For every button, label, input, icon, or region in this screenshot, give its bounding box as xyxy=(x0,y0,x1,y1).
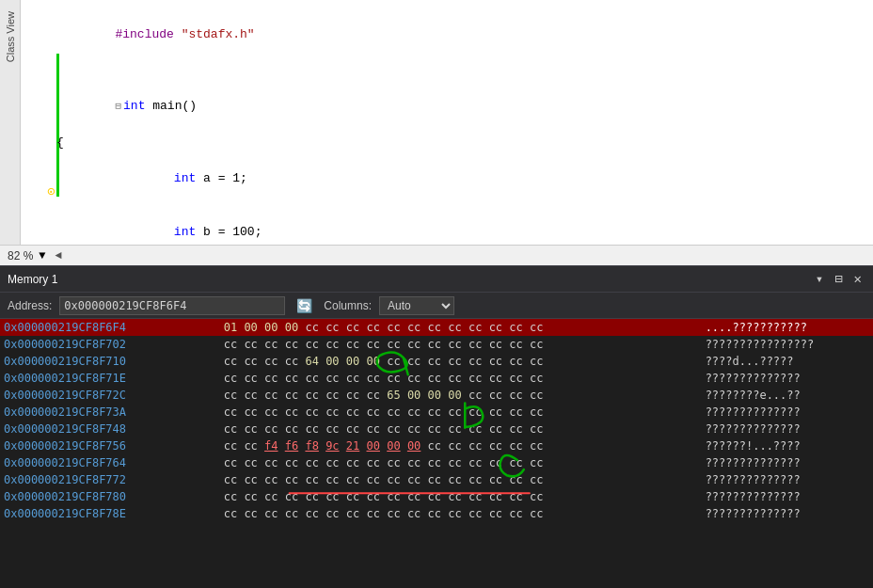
hex-byte: cc xyxy=(387,405,400,419)
hex-byte: cc xyxy=(264,507,278,520)
hex-byte: cc xyxy=(264,338,278,351)
hex-byte: cc xyxy=(285,338,298,351)
hex-byte: 00 xyxy=(387,439,400,453)
memory-table: 0x000000219CF8F6F4 01 00 00 00 cc cc cc … xyxy=(0,319,873,522)
hex-byte: cc xyxy=(264,355,278,368)
hex-byte: cc xyxy=(305,372,318,385)
hex-byte: cc xyxy=(530,338,543,351)
hex-byte: cc xyxy=(448,456,461,469)
hex-byte: cc xyxy=(285,372,298,385)
hex-byte: cc xyxy=(367,507,380,520)
hex-byte: cc xyxy=(407,321,421,334)
hex-byte: cc xyxy=(448,338,461,351)
hex-byte: cc xyxy=(489,490,502,503)
zoom-container: 82 % ▼ ◄ xyxy=(8,249,62,262)
ascii-values: ??????!...???? xyxy=(698,437,873,454)
hex-byte: cc xyxy=(264,405,278,419)
hex-values: cc cc cc cc cc cc cc cc cc cc cc cc cc c… xyxy=(220,404,698,421)
memory-address: 0x000000219CF8F78E xyxy=(0,505,220,522)
hex-byte: cc xyxy=(346,389,359,402)
hex-byte: cc xyxy=(264,490,278,503)
hex-byte: cc xyxy=(407,338,421,351)
hex-byte: f4 xyxy=(264,439,278,453)
hex-byte: cc xyxy=(244,422,257,436)
hex-values: cc cc cc cc cc cc cc cc 65 00 00 00 cc c… xyxy=(220,387,698,404)
hex-byte: cc xyxy=(224,405,237,419)
hex-byte: cc xyxy=(489,321,502,334)
memory-table-container[interactable]: 0x000000219CF8F6F4 01 00 00 00 cc cc cc … xyxy=(0,319,873,588)
hex-byte: cc xyxy=(325,422,339,436)
hex-byte: cc xyxy=(387,473,400,486)
hex-byte: cc xyxy=(489,338,502,351)
hex-byte: cc xyxy=(448,321,461,334)
hex-byte: cc xyxy=(428,490,441,503)
hex-byte: cc xyxy=(407,490,421,503)
code-line-4: { xyxy=(56,134,873,151)
hex-byte: cc xyxy=(489,439,502,453)
hex-byte: 21 xyxy=(346,439,359,453)
hex-byte: cc xyxy=(509,490,522,503)
memory-address: 0x000000219CF8F764 xyxy=(0,454,220,471)
hex-byte: cc xyxy=(407,405,421,419)
refresh-button[interactable]: 🔄 xyxy=(293,296,316,315)
hex-byte: cc xyxy=(468,456,482,469)
hex-byte: cc xyxy=(489,422,502,436)
collapse-icon[interactable]: ⊟ xyxy=(115,101,121,112)
pin-icon[interactable]: ▾ xyxy=(812,269,827,289)
address-input[interactable] xyxy=(59,296,285,315)
hex-byte: cc xyxy=(224,355,237,368)
hex-byte: cc xyxy=(489,372,502,385)
hex-byte: cc xyxy=(448,405,461,419)
memory-address: 0x000000219CF8F710 xyxy=(0,353,220,370)
hex-byte: cc xyxy=(367,490,380,503)
hex-byte: cc xyxy=(367,456,380,469)
close-icon[interactable]: ✕ xyxy=(850,269,865,289)
hex-byte: cc xyxy=(325,372,339,385)
hex-byte: cc xyxy=(407,355,421,368)
hex-byte: cc xyxy=(509,507,522,520)
hex-byte: 00 xyxy=(448,389,461,402)
hex-byte: cc xyxy=(325,490,339,503)
hex-byte: cc xyxy=(468,338,482,351)
hex-byte: 00 xyxy=(367,355,380,368)
code-line-6: int b = 100; xyxy=(56,205,873,245)
hex-byte: cc xyxy=(325,456,339,469)
dock-icon[interactable]: ⊟ xyxy=(831,269,846,289)
table-row: 0x000000219CF8F73A cc cc cc cc cc cc cc … xyxy=(0,404,873,421)
hex-byte: cc xyxy=(244,389,257,402)
columns-select[interactable]: Auto 1 2 4 xyxy=(379,296,454,315)
code-content: ⊙ #include "stdafx.h" ⊟int main() { int … xyxy=(21,0,873,245)
scroll-left-icon[interactable]: ◄ xyxy=(56,249,62,262)
keyword-int-a: int xyxy=(174,171,196,185)
table-row: 0x000000219CF8F756 cc cc f4 f6 f8 9c 21 … xyxy=(0,437,873,454)
code-line-blank xyxy=(56,61,873,79)
hex-byte: cc xyxy=(224,372,237,385)
hex-byte: cc xyxy=(224,439,237,453)
hex-byte: cc xyxy=(346,405,359,419)
code-line-5: int a = 1; xyxy=(56,151,873,205)
hex-byte: cc xyxy=(509,422,522,436)
hex-byte: cc xyxy=(468,490,482,503)
zoom-dropdown-icon[interactable]: ▼ xyxy=(39,249,45,262)
hex-byte: cc xyxy=(244,490,257,503)
hex-byte: 65 xyxy=(387,389,400,402)
hex-values: cc cc cc cc cc cc cc cc cc cc cc cc cc c… xyxy=(220,488,698,505)
hex-byte: cc xyxy=(489,456,502,469)
hex-byte: cc xyxy=(224,338,237,351)
hex-values: cc cc cc cc cc cc cc cc cc cc cc cc cc c… xyxy=(220,505,698,522)
hex-byte: cc xyxy=(346,321,359,334)
code-editor: Class View ⊙ #include "stdafx.h" ⊟int ma… xyxy=(0,0,873,245)
table-row: 0x000000219CF8F72C cc cc cc cc cc cc cc … xyxy=(0,387,873,404)
hex-byte: cc xyxy=(428,439,441,453)
hex-byte: cc xyxy=(530,507,543,520)
ascii-values: ????d...????? xyxy=(698,353,873,370)
hex-byte: cc xyxy=(264,422,278,436)
ascii-values: ?????????????? xyxy=(698,370,873,387)
hex-byte: f6 xyxy=(285,439,298,453)
hex-byte: cc xyxy=(244,355,257,368)
function-main: main() xyxy=(152,99,197,113)
hex-byte: cc xyxy=(325,389,339,402)
table-row: 0x000000219CF8F780 cc cc cc cc cc cc cc … xyxy=(0,488,873,505)
code-line-1: #include "stdafx.h" xyxy=(56,8,873,61)
table-row: 0x000000219CF8F6F4 01 00 00 00 cc cc cc … xyxy=(0,319,873,336)
